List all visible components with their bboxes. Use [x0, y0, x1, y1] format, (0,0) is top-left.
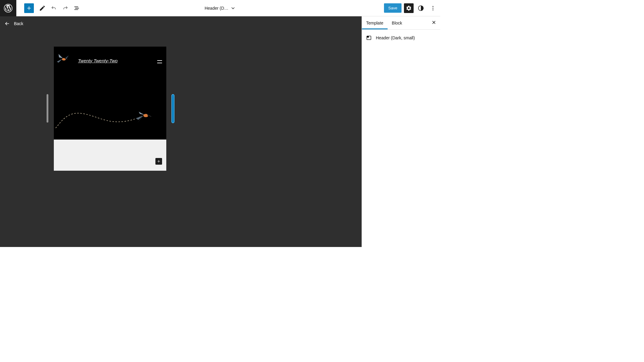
- gear-icon: [406, 5, 412, 11]
- toolbar-right: Save: [384, 3, 440, 13]
- tab-template[interactable]: Template: [362, 17, 388, 29]
- svg-point-4: [433, 9, 434, 10]
- list-view-button[interactable]: [72, 3, 82, 13]
- tab-block[interactable]: Block: [388, 17, 406, 29]
- add-block-toolbar-button[interactable]: [24, 3, 34, 13]
- template-name: Header (Dark, small): [376, 35, 415, 40]
- pencil-icon: [39, 5, 46, 12]
- svg-point-6: [65, 58, 66, 59]
- list-view-icon: [73, 5, 80, 12]
- svg-point-2: [433, 6, 434, 7]
- wordpress-logo-button[interactable]: [0, 0, 16, 16]
- sidebar-tabs: Template Block: [362, 16, 440, 30]
- flight-path-decoration: [55, 110, 143, 129]
- toolbar-left: [0, 0, 82, 16]
- chevron-down-icon: [230, 5, 236, 11]
- arrow-left-icon: [4, 21, 10, 27]
- top-toolbar: Header (D… Save: [0, 0, 440, 16]
- close-sidebar-button[interactable]: [428, 17, 440, 29]
- undo-icon: [50, 5, 57, 12]
- plus-icon: [157, 159, 161, 163]
- document-title: Header (D…: [205, 6, 229, 11]
- template-preview[interactable]: Twenty Twenty-Two: [54, 47, 166, 171]
- resize-handle-right[interactable]: [171, 94, 174, 123]
- svg-point-7: [143, 114, 148, 117]
- bird-decoration-2: [135, 111, 152, 123]
- dots-vertical-icon: [430, 5, 436, 11]
- svg-rect-10: [367, 36, 369, 38]
- tools-button[interactable]: [37, 3, 47, 13]
- redo-icon: [62, 5, 69, 12]
- sidebar-body: Header (Dark, small): [362, 30, 440, 46]
- close-icon: [431, 20, 437, 25]
- wordpress-icon: [4, 4, 12, 12]
- undo-button[interactable]: [49, 3, 59, 13]
- svg-point-3: [433, 8, 434, 8]
- header-block[interactable]: Twenty Twenty-Two: [54, 47, 166, 140]
- save-button[interactable]: Save: [384, 3, 402, 13]
- template-info[interactable]: Header (Dark, small): [366, 35, 436, 41]
- settings-button[interactable]: [404, 3, 414, 13]
- bird-decoration-1: [56, 53, 70, 65]
- more-options-button[interactable]: [428, 3, 438, 13]
- svg-point-8: [147, 114, 149, 116]
- header-template-icon: [366, 35, 372, 41]
- back-label: Back: [14, 21, 23, 26]
- styles-button[interactable]: [416, 3, 426, 13]
- redo-button[interactable]: [60, 3, 70, 13]
- settings-sidebar: Template Block Header (Dark, small): [362, 16, 440, 247]
- styles-icon: [418, 5, 424, 12]
- navigation-menu-button[interactable]: [157, 59, 162, 65]
- editor-canvas: Back Twenty Twenty-Two: [0, 16, 362, 247]
- document-selector[interactable]: Header (D…: [205, 5, 236, 11]
- back-button[interactable]: Back: [4, 21, 23, 27]
- site-title[interactable]: Twenty Twenty-Two: [78, 58, 118, 63]
- main-area: Back Twenty Twenty-Two: [0, 16, 440, 247]
- menu-icon: [157, 60, 162, 64]
- add-block-inline-button[interactable]: [155, 158, 162, 165]
- plus-icon: [26, 5, 32, 11]
- resize-handle-left[interactable]: [47, 94, 48, 123]
